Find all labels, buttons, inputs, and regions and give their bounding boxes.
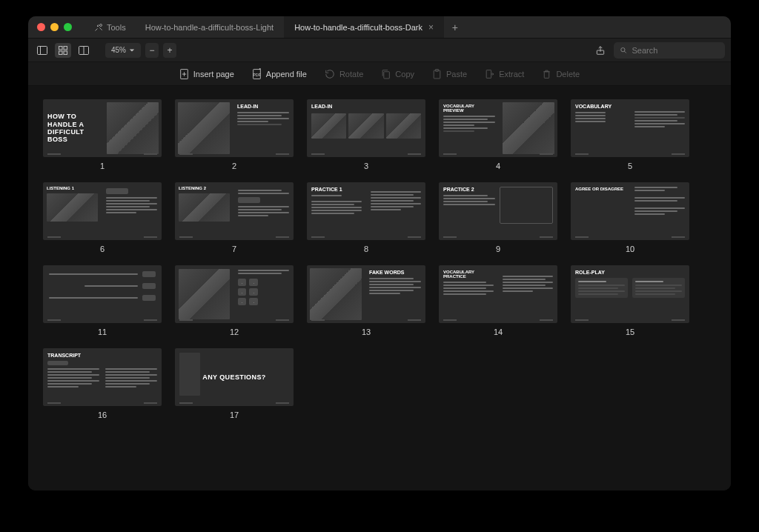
slide-cell: AGREE OR DISAGREE 10	[571, 182, 689, 253]
slide-thumbnail[interactable]: HOW TO HANDLE A DIFFICULT BOSS	[43, 99, 162, 157]
slide-thumbnail[interactable]: VOCABULARY PRACTICE	[439, 265, 557, 323]
slide-number: 6	[100, 245, 105, 253]
slide-title: VOCABULARY	[575, 104, 626, 109]
paste-button[interactable]: Paste	[432, 69, 467, 79]
minimize-window-button[interactable]	[50, 23, 59, 31]
toolbar: 45% − +	[28, 39, 731, 62]
slide-thumbnail[interactable]: VOCABULARY PREVIEW	[439, 99, 557, 157]
action-label: Delete	[556, 70, 580, 79]
delete-button[interactable]: Delete	[542, 69, 580, 79]
chevron-down-icon	[129, 47, 135, 53]
insert-page-button[interactable]: Insert page	[179, 68, 234, 79]
append-file-button[interactable]: PDF Append file	[252, 68, 307, 79]
slide-thumbnail[interactable]: AGREE OR DISAGREE	[571, 182, 689, 240]
svg-rect-22	[486, 70, 491, 78]
tools-label: Tools	[107, 23, 126, 32]
tab-label: How-to-handle-a-difficult-boss-Dark	[294, 23, 422, 32]
zoom-dropdown[interactable]: 45%	[105, 43, 141, 58]
rotate-button[interactable]: Rotate	[325, 69, 363, 79]
new-tab-button[interactable]: +	[444, 16, 466, 38]
extract-button[interactable]: Extract	[485, 69, 524, 79]
slide-title: ANY QUESTIONS?	[202, 373, 265, 381]
search-input[interactable]	[632, 46, 719, 55]
action-label: Append file	[266, 70, 307, 79]
slide-cell: HOW TO HANDLE A DIFFICULT BOSS 1	[43, 99, 162, 170]
slide-thumbnail[interactable]: TRANSCRIPT	[43, 348, 162, 406]
photo-placeholder	[310, 268, 362, 320]
slide-cell: TRANSCRIPT 16	[43, 348, 162, 419]
trash-icon	[542, 69, 551, 79]
svg-point-0	[100, 24, 102, 26]
photo-placeholder	[348, 113, 383, 139]
photo-placeholder	[107, 102, 159, 154]
action-label: Paste	[446, 70, 467, 79]
fullscreen-window-button[interactable]	[64, 23, 72, 31]
slide-cell: LISTENING 1 6	[43, 182, 162, 253]
grid-icon	[59, 46, 67, 55]
slide-number: 12	[230, 327, 239, 336]
close-window-button[interactable]	[37, 23, 45, 31]
slide-thumbnail[interactable]: LEAD-IN	[307, 99, 425, 157]
photo-placeholder	[179, 193, 230, 222]
slide-number: 10	[626, 245, 634, 253]
action-label: Insert page	[193, 70, 234, 79]
slide-cell: LEAD-IN 3	[307, 99, 425, 170]
slide-title: PRACTICE 1	[311, 187, 362, 192]
slide-cell: LISTENING 2 7	[175, 182, 294, 253]
slide-number: 16	[98, 410, 107, 419]
slide-thumbnail[interactable]: LEAD-IN	[175, 99, 294, 157]
tab-active[interactable]: How-to-handle-a-difficult-boss-Dark ×	[284, 16, 444, 38]
photo-placeholder	[311, 113, 346, 139]
zoom-value: 45%	[111, 46, 126, 54]
two-page-icon	[79, 46, 89, 55]
svg-rect-6	[64, 51, 67, 55]
close-tab-icon[interactable]: ×	[428, 23, 434, 32]
slide-thumbnail[interactable]: .. .. ..	[175, 265, 294, 323]
photo-placeholder	[47, 193, 98, 222]
slide-thumbnail[interactable]: PRACTICE 1	[307, 182, 425, 240]
zoom-out-button[interactable]: −	[145, 43, 159, 58]
slide-thumbnail[interactable]: FAKE WORDS	[307, 265, 425, 323]
slide-thumbnail[interactable]: ROLE-PLAY	[571, 265, 689, 323]
copy-button[interactable]: Copy	[381, 69, 414, 79]
slide-cell: PRACTICE 1 8	[307, 182, 425, 253]
tools-icon	[94, 23, 103, 32]
slide-thumbnail[interactable]	[43, 265, 162, 323]
slide-thumbnail[interactable]: LISTENING 2	[175, 182, 294, 240]
slide-cell: ROLE-PLAY 15	[571, 265, 689, 336]
action-label: Extract	[499, 70, 524, 79]
search-box[interactable]	[614, 42, 725, 59]
slide-number: 5	[628, 162, 632, 170]
slide-number: 7	[232, 245, 236, 253]
view-sidebar-button[interactable]	[34, 43, 50, 58]
slide-thumbnail[interactable]: ANY QUESTIONS?	[175, 348, 294, 406]
slide-number: 2	[232, 162, 236, 170]
slide-title: PRACTICE 2	[443, 187, 495, 192]
app-window: Tools How-to-handle-a-difficult-boss-Lig…	[28, 16, 731, 491]
svg-point-10	[621, 47, 625, 51]
thumbnail-grid-scroll[interactable]: HOW TO HANDLE A DIFFICULT BOSS 1 LEAD-IN	[28, 86, 731, 491]
slide-title: LEAD-IN	[311, 104, 421, 109]
zoom-in-button[interactable]: +	[163, 43, 176, 58]
action-label: Copy	[395, 70, 414, 79]
view-two-page-button[interactable]	[76, 43, 92, 58]
photo-placeholder	[386, 113, 421, 139]
slide-title: LISTENING 2	[179, 186, 230, 190]
slide-number: 8	[364, 245, 368, 253]
slide-thumbnail[interactable]: VOCABULARY	[571, 99, 689, 157]
share-icon	[595, 45, 606, 56]
tools-menu[interactable]: Tools	[85, 16, 135, 38]
svg-line-11	[624, 51, 626, 53]
slide-thumbnail[interactable]: PRACTICE 2	[439, 182, 557, 240]
tab-inactive[interactable]: How-to-handle-a-difficult-boss-Light	[135, 16, 284, 38]
photo-placeholder	[178, 102, 230, 154]
window-controls	[37, 23, 72, 31]
thumbnail-grid: HOW TO HANDLE A DIFFICULT BOSS 1 LEAD-IN	[43, 99, 716, 419]
slide-cell: FAKE WORDS 13	[307, 265, 425, 336]
slide-number: 11	[98, 327, 107, 336]
svg-rect-19	[384, 71, 390, 78]
slide-thumbnail[interactable]: LISTENING 1	[43, 182, 162, 240]
share-button[interactable]	[591, 41, 609, 59]
slide-number: 14	[494, 327, 503, 336]
view-grid-button[interactable]	[55, 43, 71, 58]
